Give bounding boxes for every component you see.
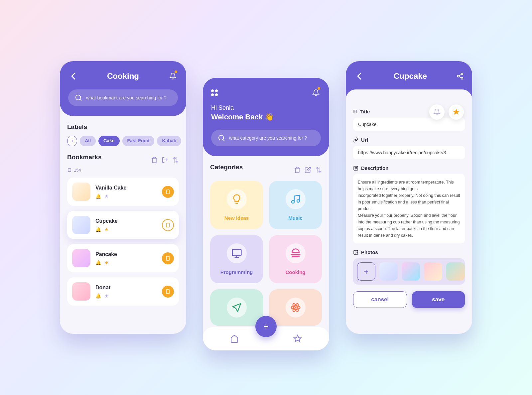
bell-icon[interactable]: 🔔 (95, 194, 101, 199)
star-button[interactable] (449, 104, 464, 120)
chip-fastfood[interactable]: Fast Food (122, 136, 155, 146)
atom-icon (290, 302, 301, 313)
photos-label: Photos (353, 249, 465, 255)
bookmark-card[interactable]: Vanilla Cake 🔔★ (67, 178, 179, 206)
search-icon (75, 94, 82, 101)
svg-rect-4 (166, 290, 169, 294)
edit-icon[interactable] (305, 167, 311, 173)
save-button[interactable]: save (412, 291, 465, 308)
svg-rect-3 (166, 256, 169, 260)
menu-icon[interactable] (211, 89, 218, 96)
share-icon[interactable] (457, 72, 464, 80)
photo-thumb[interactable] (424, 262, 442, 281)
photo-thumb[interactable] (446, 262, 465, 281)
category-music[interactable]: Music (269, 181, 322, 229)
greeting: Hi Sonia (211, 104, 321, 111)
svg-point-11 (461, 73, 463, 75)
header: Hi Sonia Welcome Back 👋 (203, 78, 329, 156)
cancel-button[interactable]: cansel (353, 291, 407, 308)
bookmark-thumb (72, 183, 90, 201)
trash-icon[interactable] (294, 167, 301, 173)
search-icon (218, 134, 225, 142)
home-icon[interactable] (230, 334, 239, 343)
bookmark-title: Pancake (95, 251, 157, 257)
desc-text[interactable]: Ensure all ingredients are at room tempe… (353, 174, 465, 243)
open-button[interactable] (162, 286, 174, 298)
bell-icon[interactable] (311, 88, 321, 98)
star-icon[interactable]: ★ (104, 293, 109, 299)
open-button[interactable] (162, 219, 174, 231)
add-photo-button[interactable]: + (357, 262, 375, 281)
bell-button[interactable] (429, 104, 445, 120)
bookmark-thumb (72, 282, 90, 301)
search-input[interactable] (86, 95, 171, 100)
svg-point-12 (458, 75, 460, 77)
chip-all[interactable]: All (80, 136, 96, 146)
music-icon (290, 194, 301, 204)
category-newideas[interactable]: New ideas (210, 181, 263, 229)
bookmark-title: Vanilla Cake (95, 185, 157, 191)
bookmark-thumb (72, 216, 90, 234)
plane-icon (231, 302, 242, 313)
back-button[interactable] (68, 71, 78, 81)
bookmark-thumb (72, 249, 90, 267)
categories-heading: Categories (210, 164, 243, 171)
category-programming[interactable]: Programming (210, 235, 263, 283)
bell-icon[interactable] (168, 71, 178, 81)
welcome-text: Welcome Back 👋 (211, 113, 321, 121)
bell-icon[interactable]: 🔔 (95, 293, 101, 299)
chip-kabab[interactable]: Kabab (157, 136, 181, 146)
trash-icon[interactable] (151, 157, 158, 163)
open-button[interactable] (162, 186, 174, 198)
svg-rect-1 (166, 190, 169, 194)
chip-cake[interactable]: Cake (98, 136, 119, 146)
star-icon[interactable]: ★ (104, 227, 109, 232)
svg-point-7 (295, 307, 296, 308)
screen-cooking: Cooking Labels + All Cake Fast Food Kaba… (60, 61, 186, 334)
svg-point-16 (355, 251, 355, 252)
search-box[interactable] (68, 89, 178, 106)
photo-thumb[interactable] (379, 262, 398, 281)
url-input[interactable] (353, 146, 465, 159)
bell-icon[interactable]: 🔔 (95, 227, 101, 232)
page-title: Cupcake (394, 71, 427, 81)
back-button[interactable] (354, 71, 364, 81)
bookmark-card[interactable]: Donat 🔔★ (67, 277, 179, 306)
svg-rect-2 (166, 223, 169, 227)
search-box[interactable] (211, 130, 321, 146)
screen-detail: Cupcake HTitle Url Description Ensure al… (346, 61, 472, 334)
open-button[interactable] (162, 252, 174, 264)
export-icon[interactable] (162, 157, 168, 163)
star-icon[interactable]: ★ (104, 260, 109, 265)
bookmarks-count: 154 (67, 168, 179, 173)
labels-heading: Labels (67, 123, 179, 131)
add-button[interactable]: + (255, 316, 277, 337)
bell-icon[interactable]: 🔔 (95, 260, 101, 265)
screen-home: Hi Sonia Welcome Back 👋 Categories New i… (203, 78, 329, 350)
page-title: Cooking (107, 71, 139, 81)
star-icon[interactable] (293, 334, 302, 343)
label-chips: + All Cake Fast Food Kabab (67, 136, 179, 146)
star-icon[interactable]: ★ (104, 194, 109, 199)
category-cooking[interactable]: Cooking (269, 235, 322, 283)
url-label: Url (353, 137, 465, 143)
burger-icon (290, 248, 301, 259)
sort-icon[interactable] (172, 157, 179, 163)
bulb-icon (231, 194, 242, 204)
category-science[interactable] (269, 289, 322, 326)
bookmark-card[interactable]: Pancake 🔔★ (67, 244, 179, 272)
monitor-icon (231, 248, 242, 259)
category-travel[interactable] (210, 289, 263, 326)
photo-thumb[interactable] (402, 262, 420, 281)
search-input[interactable] (229, 135, 314, 141)
bookmark-card[interactable]: Cupcake 🔔★ (67, 211, 179, 239)
sort-icon[interactable] (315, 167, 322, 173)
svg-point-13 (461, 77, 463, 79)
svg-rect-6 (232, 249, 241, 256)
photos-row: + (353, 258, 465, 285)
bookmark-title: Donat (95, 285, 157, 291)
header: Cooking (60, 61, 186, 116)
bookmarks-heading: Bookmarks (67, 154, 102, 161)
add-label-button[interactable]: + (67, 136, 77, 146)
title-input[interactable] (353, 118, 465, 131)
